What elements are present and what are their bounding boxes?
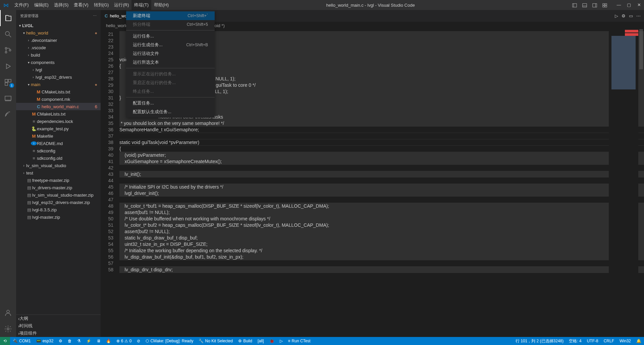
menu-entry[interactable]: 配置默认生成任务... (126, 108, 215, 116)
tree-file[interactable]: Mcomponent.mk (16, 95, 101, 103)
tree-file[interactable]: Chello_world_main.c6 (16, 103, 101, 110)
tree-file[interactable]: ▤lv_sim_visual_studio-master.zip (16, 191, 101, 199)
cursor-position[interactable]: 行 101，列 2 (已选择3248) (513, 337, 566, 345)
menu-item[interactable]: 编辑(E) (32, 0, 51, 10)
menu-entry[interactable]: 运行所选文本 (126, 58, 215, 67)
menu-entry[interactable]: 运行任务... (126, 32, 215, 41)
tree-folder[interactable]: ›test (16, 169, 101, 177)
tree-folder[interactable]: ›lvgl (16, 66, 101, 73)
encoding[interactable]: UTF-8 (584, 337, 601, 345)
menu-entry[interactable]: 新建终端Ctrl+Shift+` (126, 11, 215, 20)
sb-monitor[interactable]: 🖥 (94, 337, 103, 345)
cmake-status[interactable]: ⬡CMake: [Debug]: Ready (143, 337, 196, 345)
run-icon[interactable]: ▷ (615, 13, 618, 18)
serial-port[interactable]: 🔌COM1 (10, 337, 34, 345)
sidebar-section-header[interactable]: › 项目组件 (16, 330, 101, 337)
remote-indicator[interactable]: ⟲ (0, 337, 10, 345)
tree-file[interactable]: ▤lvgl-8.3.5.zip (16, 206, 101, 213)
kit-selector[interactable]: 🔧No Kit Selected (196, 337, 235, 345)
file-icon: ▤ (26, 200, 32, 205)
tree-folder[interactable]: ▾hello_world● (16, 29, 101, 37)
sidebar-section-header[interactable]: › 大纲 (16, 315, 101, 322)
language-mode[interactable]: Win32 (617, 337, 634, 345)
menu-item[interactable]: 文件(F) (12, 0, 32, 10)
account-activity-icon[interactable] (0, 305, 16, 321)
search-activity-icon[interactable] (0, 26, 16, 42)
tree-file[interactable]: ≡dependencies.lock (16, 118, 101, 125)
tree-file[interactable]: ≡sdkconfig.old (16, 154, 101, 162)
tree-file[interactable]: MCMakeLists.txt (16, 88, 101, 95)
settings-activity-icon[interactable] (0, 321, 16, 337)
tree-file[interactable]: ▤lv_drivers-master.zip (16, 184, 101, 191)
tree-folder[interactable]: ›lv_sim_visual_studio (16, 162, 101, 169)
split-editor-icon[interactable]: ▭ (629, 13, 633, 18)
sb-run[interactable]: ▷ (277, 337, 285, 345)
menu-item[interactable]: 选择(S) (51, 0, 71, 10)
source-control-activity-icon[interactable] (0, 42, 16, 58)
minimap[interactable] (609, 29, 638, 337)
file-icon: C (36, 104, 42, 109)
explorer-activity-icon[interactable] (0, 10, 16, 26)
extensions-activity-icon[interactable]: 1 (0, 74, 16, 90)
device-target[interactable]: 📟esp32 (34, 337, 56, 345)
cmake-build[interactable]: ⚙Build (235, 337, 255, 345)
problems[interactable]: ⊗ 6⚠ 0 (114, 337, 134, 345)
espressif-activity-icon[interactable] (0, 107, 16, 123)
scrollbar-thumb[interactable] (639, 29, 643, 69)
tree-file[interactable]: ▤lvgl-master.zip (16, 213, 101, 221)
menu-item[interactable]: 运行(R) (111, 0, 131, 10)
tree-folder[interactable]: ›.vscode (16, 44, 101, 51)
maximize-button[interactable]: ▢ (624, 0, 634, 10)
menu-entry[interactable]: 配置任务... (126, 99, 215, 108)
menu-item[interactable]: 转到(G) (91, 0, 112, 10)
tree-item-label: .devcontainer (31, 38, 57, 43)
sb-build[interactable]: ⚗ (74, 337, 84, 345)
tree-file[interactable]: iREADME.md (16, 140, 101, 147)
tree-file[interactable]: 🐍example_test.py (16, 125, 101, 132)
menu-entry[interactable]: 运行生成任务...Ctrl+Shift+B (126, 41, 215, 49)
file-icon: 🐍 (31, 126, 37, 131)
remote-activity-icon[interactable] (0, 90, 16, 107)
workspace-root[interactable]: ▾LVGL (16, 22, 101, 29)
indentation[interactable]: 空格: 4 (566, 337, 584, 345)
tree-file[interactable]: ▤freetype-master.zip (16, 177, 101, 184)
tree-file[interactable]: MMakefile (16, 132, 101, 140)
minimize-button[interactable]: — (614, 0, 624, 10)
menu-item[interactable]: 查看(V) (71, 0, 91, 10)
sb-flame[interactable]: 🔥 (103, 337, 114, 345)
sb-gear[interactable]: ⚙ (56, 337, 65, 345)
close-button[interactable]: ✕ (634, 0, 644, 10)
settings-icon[interactable]: ⚙ (622, 13, 626, 18)
sb-clean[interactable]: 🗑 (65, 337, 74, 345)
notifications[interactable]: 🔔 (634, 337, 644, 345)
sb-nobuild[interactable]: ⊘ (134, 337, 143, 345)
tree-file[interactable]: ≡sdkconfig (16, 147, 101, 154)
more-actions-icon[interactable]: ⋯ (93, 14, 97, 18)
more-icon[interactable]: ⋯ (636, 13, 641, 18)
tree-item-label: main (31, 82, 40, 87)
toggle-panel-left-icon[interactable] (570, 0, 580, 10)
tree-folder[interactable]: ›build (16, 51, 101, 59)
run-debug-activity-icon[interactable] (0, 58, 16, 74)
sb-debug[interactable]: 🐞 (267, 337, 277, 345)
eol[interactable]: CRLF (601, 337, 617, 345)
sb-flash-icon: ⚡ (86, 339, 91, 343)
vertical-scrollbar[interactable] (638, 29, 644, 337)
tree-folder[interactable]: ›.devcontainer (16, 37, 101, 44)
cmake-target[interactable]: [all] (255, 337, 267, 345)
sb-flash[interactable]: ⚡ (84, 337, 94, 345)
cmake-build-icon: ⚙ (238, 339, 242, 343)
toggle-panel-bottom-icon[interactable] (580, 0, 590, 10)
customize-layout-icon[interactable] (600, 0, 610, 10)
run-ctest[interactable]: ≡Run CTest (285, 337, 313, 345)
menu-entry[interactable]: 运行活动文件 (126, 49, 215, 58)
tree-file[interactable]: MCMakeLists.txt (16, 110, 101, 118)
tree-folder[interactable]: ›lvgl_esp32_drivers (16, 73, 101, 81)
menu-item[interactable]: 终端(T) (131, 0, 151, 10)
sidebar-section-header[interactable]: › 时间线 (16, 322, 101, 330)
toggle-panel-right-icon[interactable] (590, 0, 600, 10)
menu-item[interactable]: 帮助(H) (151, 0, 171, 10)
tree-folder[interactable]: ▾main● (16, 81, 101, 88)
tree-file[interactable]: ▤lvgl_esp32_drivers-master.zip (16, 199, 101, 206)
tree-folder[interactable]: ▾components (16, 59, 101, 66)
